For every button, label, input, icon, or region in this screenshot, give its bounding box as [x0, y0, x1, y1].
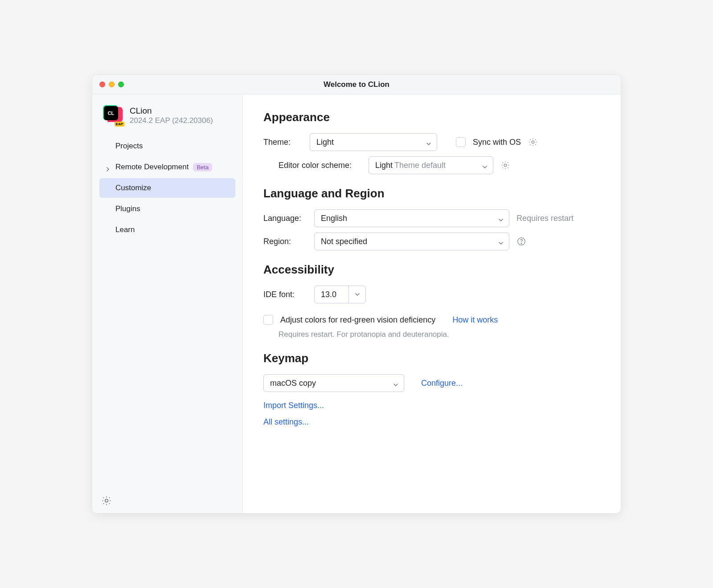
sidebar-item-plugins[interactable]: Plugins: [99, 199, 235, 219]
language-value: English: [321, 214, 347, 223]
language-select[interactable]: English: [314, 209, 509, 227]
ide-font-label: IDE font:: [263, 290, 307, 299]
svg-point-4: [521, 243, 522, 244]
sidebar-item-projects[interactable]: Projects: [99, 136, 235, 156]
chevron-down-icon: [498, 239, 504, 244]
import-settings-link[interactable]: Import Settings...: [263, 401, 600, 410]
sidebar-item-label: Customize: [115, 184, 151, 192]
sync-with-os-checkbox[interactable]: [456, 137, 466, 147]
region-help-icon[interactable]: [516, 237, 526, 246]
theme-label: Theme:: [263, 138, 303, 147]
brand-block: CL EAP CLion 2024.2 EAP (242.20306): [92, 94, 242, 134]
footer-links: Import Settings... All settings...: [263, 401, 600, 427]
keymap-row: macOS copy Configure...: [263, 374, 600, 392]
app-name: CLion: [130, 106, 213, 116]
language-label: Language:: [263, 214, 307, 223]
window-body: CL EAP CLion 2024.2 EAP (242.20306) Proj…: [92, 94, 621, 513]
editor-scheme-label: Editor color scheme:: [279, 161, 361, 170]
editor-scheme-row: Editor color scheme: Light Theme default: [263, 156, 600, 174]
language-row: Language: English Requires restart: [263, 209, 600, 227]
ide-font-row: IDE font: 13.0: [263, 286, 600, 303]
ide-font-stepper[interactable]: [348, 286, 365, 303]
close-window-button[interactable]: [99, 82, 105, 87]
editor-scheme-gear-icon[interactable]: [500, 160, 510, 170]
welcome-window: Welcome to CLion CL EAP CLion 2024.2 EAP…: [92, 74, 621, 514]
sidebar: CL EAP CLion 2024.2 EAP (242.20306) Proj…: [92, 94, 243, 513]
lang-region-heading: Language and Region: [263, 187, 600, 200]
how-it-works-link[interactable]: How it works: [452, 315, 498, 325]
editor-scheme-value: Light: [375, 161, 393, 170]
svg-point-2: [504, 164, 507, 167]
minimize-window-button[interactable]: [109, 82, 115, 87]
adjust-colors-note: Requires restart. For protanopia and deu…: [279, 330, 600, 339]
adjust-colors-label: Adjust colors for red-green vision defic…: [280, 315, 435, 325]
sync-with-os-gear-icon[interactable]: [528, 137, 538, 147]
keymap-configure-link[interactable]: Configure...: [421, 379, 463, 388]
region-row: Region: Not specified: [263, 233, 600, 250]
sidebar-item-label: Remote Development: [115, 163, 188, 172]
sidebar-item-learn[interactable]: Learn: [99, 220, 235, 240]
appearance-heading: Appearance: [263, 110, 600, 124]
chevron-down-icon: [393, 380, 398, 386]
brand-text: CLion 2024.2 EAP (242.20306): [130, 106, 213, 125]
keymap-value: macOS copy: [270, 379, 316, 388]
sidebar-footer: [92, 488, 242, 513]
window-title: Welcome to CLion: [92, 80, 621, 89]
adjust-colors-checkbox[interactable]: [263, 315, 273, 325]
ide-font-value[interactable]: 13.0: [315, 286, 348, 303]
content-panel: Appearance Theme: Light Sync with OS: [243, 94, 621, 513]
chevron-down-icon: [482, 163, 488, 168]
traffic-lights: [99, 82, 124, 87]
all-settings-link[interactable]: All settings...: [263, 417, 600, 427]
language-hint: Requires restart: [516, 214, 574, 223]
editor-scheme-select[interactable]: Light Theme default: [369, 156, 493, 174]
chevron-right-icon: [106, 165, 110, 169]
keymap-heading: Keymap: [263, 351, 600, 365]
sync-with-os-label: Sync with OS: [473, 138, 521, 147]
chevron-down-icon: [498, 216, 504, 221]
beta-badge: Beta: [193, 163, 212, 172]
adjust-colors-row: Adjust colors for red-green vision defic…: [263, 315, 600, 325]
maximize-window-button[interactable]: [118, 82, 124, 87]
settings-gear-button[interactable]: [101, 495, 112, 506]
sidebar-nav: Projects Remote Development Beta Customi…: [92, 134, 242, 240]
sidebar-item-remote-development[interactable]: Remote Development Beta: [99, 157, 235, 177]
keymap-select[interactable]: macOS copy: [263, 374, 404, 392]
region-value: Not specified: [321, 237, 367, 246]
titlebar: Welcome to CLion: [92, 75, 621, 94]
editor-scheme-suffix: Theme default: [394, 161, 446, 170]
svg-point-1: [532, 141, 534, 143]
app-logo: CL EAP: [103, 105, 123, 126]
chevron-down-icon: [426, 139, 431, 145]
sidebar-item-label: Plugins: [115, 204, 140, 213]
region-label: Region:: [263, 237, 307, 246]
app-version: 2024.2 EAP (242.20306): [130, 116, 213, 125]
ide-font-spinbox[interactable]: 13.0: [314, 286, 366, 303]
sidebar-item-customize[interactable]: Customize: [99, 178, 235, 198]
theme-select[interactable]: Light: [310, 133, 437, 151]
accessibility-heading: Accessibility: [263, 263, 600, 277]
theme-value: Light: [316, 138, 334, 147]
theme-row: Theme: Light Sync with OS: [263, 133, 600, 151]
sidebar-item-label: Learn: [115, 225, 135, 234]
sidebar-item-label: Projects: [115, 142, 143, 151]
svg-point-0: [105, 499, 108, 502]
region-select[interactable]: Not specified: [314, 233, 509, 250]
